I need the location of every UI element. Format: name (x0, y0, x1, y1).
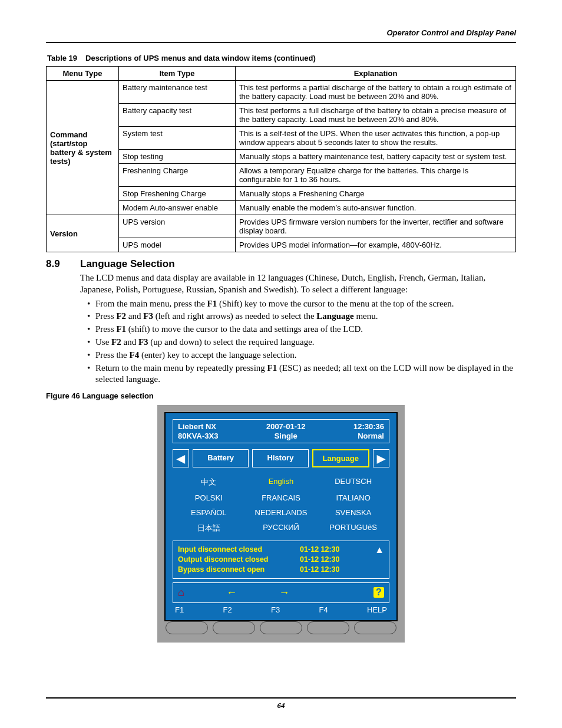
explanation: Manually stops a Freshening Charge (236, 187, 516, 201)
key-ref: F2 (116, 311, 126, 321)
explanation: Allows a temporary Equalize charge for t… (236, 164, 516, 187)
item-type: Stop Freshening Charge (119, 187, 236, 201)
f4-button[interactable] (307, 621, 349, 634)
key-label: F4 (319, 605, 328, 614)
t: and (126, 311, 143, 321)
lang-option[interactable]: NEDERLANDS (247, 508, 315, 517)
t: Normal (353, 431, 384, 441)
tabs-row: ◀ Battery History Language ▶ (173, 449, 389, 467)
table-number: Table 19 (47, 54, 77, 62)
lang-option[interactable]: ITALIANO (319, 493, 387, 502)
lang-option[interactable]: РУССКИЙ (247, 523, 315, 533)
key-label: F1 (175, 605, 184, 614)
help-button[interactable] (354, 621, 396, 634)
home-icon[interactable]: ⌂ (178, 587, 184, 599)
tab-prev-icon[interactable]: ◀ (173, 449, 189, 467)
lang-option-selected[interactable]: English (247, 477, 315, 487)
lang-option[interactable]: 日本語 (175, 523, 243, 533)
log-line: Bypass disconnect open (178, 565, 269, 575)
t: Return to the main menu by repeatedly pr… (95, 363, 267, 373)
lang-option[interactable]: DEUTSCH (319, 477, 387, 487)
key-ref: F4 (130, 350, 140, 360)
softkey-icons: ⌂ ← → ? (173, 582, 389, 603)
section-intro: The LCD menus and data display are avail… (80, 272, 516, 296)
key-label: F2 (223, 605, 232, 614)
table-caption-text: Descriptions of UPS menus and data windo… (85, 54, 316, 62)
lang-option[interactable]: ESPAÑOL (175, 508, 243, 517)
log-time: 01-12 12:30 (300, 565, 339, 575)
tab-next-icon[interactable]: ▶ (373, 449, 389, 467)
t: Press (95, 311, 116, 321)
t: From the main menu, press the (95, 299, 207, 308)
tab-language[interactable]: Language (312, 449, 369, 467)
key-ref: F3 (138, 337, 148, 347)
list-item: Return to the main menu by repeatedly pr… (87, 363, 516, 386)
key-ref: F1 (267, 363, 277, 373)
lcd-screen: Liebert NX 80KVA-3X3 2007-01-12 Single 1… (164, 412, 398, 621)
table-row: Version UPS version Provides UPS firmwar… (47, 215, 516, 238)
f3-button[interactable] (260, 621, 302, 634)
t: (left and right arrows) as needed to sel… (153, 311, 316, 321)
lang-option[interactable]: FRANCAIS (247, 493, 315, 502)
f2-button[interactable] (213, 621, 255, 634)
t: 12:30:36 (353, 422, 384, 431)
tab-battery[interactable]: Battery (193, 449, 249, 467)
log-line: Output disconnect closed (178, 555, 269, 565)
log-time: 01-12 12:30 (300, 555, 339, 565)
list-item: Press the F4 (enter) key to accept the l… (87, 350, 516, 361)
col-menu-type: Menu Type (47, 67, 119, 81)
lang-option[interactable]: PORTUGUêS (319, 523, 387, 533)
explanation: Provides UPS model information—for examp… (236, 238, 516, 252)
ups-menu-table: Menu Type Item Type Explanation Command … (46, 66, 516, 252)
t: 2007-01-12 (266, 422, 306, 431)
t: menu. (354, 311, 378, 321)
language-grid: 中文 English DEUTSCH POLSKI FRANCAIS ITALI… (173, 472, 389, 541)
explanation: This test performs a partial discharge o… (236, 81, 516, 104)
explanation: Manually stops a battery maintenance tes… (236, 150, 516, 164)
t: (up and down) to select the required lan… (148, 337, 315, 347)
lang-option[interactable]: POLSKI (175, 493, 243, 502)
t: Use (95, 337, 111, 347)
item-type: Stop testing (119, 150, 236, 164)
lang-option[interactable]: 中文 (175, 477, 243, 487)
list-item: Use F2 and F3 (up and down) to select th… (87, 337, 516, 348)
t: (Shift) key to move the cursor to the me… (217, 299, 454, 308)
item-type: Freshening Charge (119, 164, 236, 187)
t: Liebert NX (178, 422, 218, 431)
t: 80KVA-3X3 (178, 431, 218, 441)
item-type: UPS model (119, 238, 236, 252)
lang-option[interactable]: SVENSKA (319, 508, 387, 517)
help-icon[interactable]: ? (373, 587, 384, 598)
status-date: 2007-01-12 Single (266, 422, 306, 440)
item-type: System test (119, 127, 236, 150)
table-caption: Table 19Descriptions of UPS menus and da… (47, 54, 516, 62)
t: Press the (95, 350, 130, 360)
figure-caption: Figure 46 Language selection (46, 391, 516, 400)
t: (enter) key to accept the language selec… (139, 350, 296, 360)
explanation: Manually enable the modem’s auto-answer … (236, 201, 516, 215)
tab-history[interactable]: History (252, 449, 308, 467)
hardware-keys (164, 621, 398, 635)
f1-button[interactable] (166, 621, 208, 634)
list-item: Press F1 (shift) to move the cursor to t… (87, 324, 516, 335)
t: Single (266, 431, 306, 441)
list-item: Press F2 and F3 (left and right arrows) … (87, 311, 516, 322)
scroll-up-icon[interactable]: ▲ (371, 545, 384, 555)
arrow-right-icon[interactable]: → (279, 587, 289, 599)
col-item-type: Item Type (119, 67, 236, 81)
log-messages: Input disconnect closed Output disconnec… (178, 545, 269, 575)
arrow-left-icon[interactable]: ← (226, 587, 237, 599)
key-labels: F1 F2 F3 F4 HELP (173, 603, 389, 614)
item-type: Battery maintenance test (119, 81, 236, 104)
table-header-row: Menu Type Item Type Explanation (47, 67, 516, 81)
key-ref: F1 (207, 299, 217, 308)
menu-type-command: Command (start/stop battery & system tes… (47, 81, 119, 215)
section-number: 8.9 (46, 258, 80, 270)
status-bar: Liebert NX 80KVA-3X3 2007-01-12 Single 1… (173, 419, 389, 443)
page-footer: 64 (46, 697, 516, 710)
key-ref: F3 (143, 311, 153, 321)
menu-ref: Language (316, 311, 353, 321)
page: Operator Control and Display Panel Table… (0, 0, 562, 728)
instruction-list: From the main menu, press the F1 (Shift)… (87, 298, 516, 386)
table-row: Command (start/stop battery & system tes… (47, 81, 516, 104)
